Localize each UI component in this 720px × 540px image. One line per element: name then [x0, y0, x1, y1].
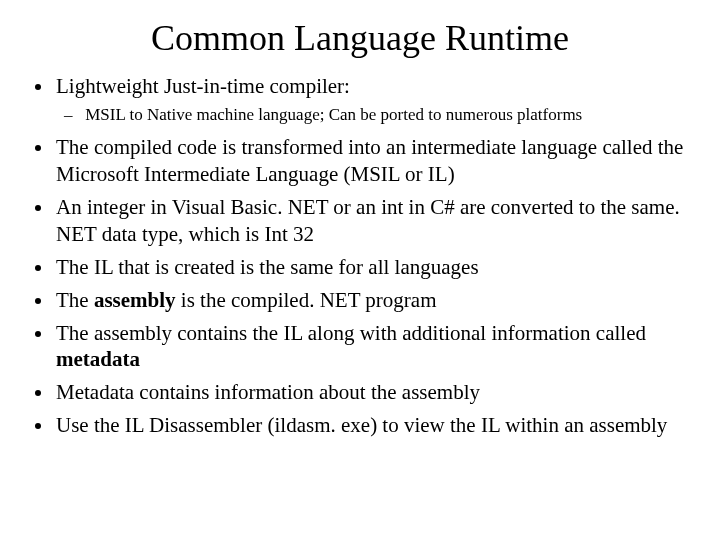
bullet-text: MSIL to Native machine language; Can be … — [85, 105, 582, 124]
list-item: The compiled code is transformed into an… — [54, 134, 692, 188]
slide: Common Language Runtime Lightweight Just… — [0, 0, 720, 540]
list-item: The assembly contains the IL along with … — [54, 320, 692, 374]
bold-term-assembly: assembly — [94, 288, 176, 312]
bullet-text: Lightweight Just-in-time compiler: — [56, 74, 350, 98]
bold-term-metadata: metadata — [56, 347, 140, 371]
bullet-text: The compiled code is transformed into an… — [56, 135, 683, 186]
bullet-text: The — [56, 288, 94, 312]
list-item: Metadata contains information about the … — [54, 379, 692, 406]
list-item: The assembly is the compiled. NET progra… — [54, 287, 692, 314]
bullet-text: An integer in Visual Basic. NET or an in… — [56, 195, 680, 246]
list-item: Lightweight Just-in-time compiler: MSIL … — [54, 73, 692, 126]
bullet-text: is the compiled. NET program — [176, 288, 437, 312]
list-item: MSIL to Native machine language; Can be … — [86, 104, 692, 126]
bullet-text: The assembly contains the IL along with … — [56, 321, 646, 345]
slide-title: Common Language Runtime — [28, 18, 692, 59]
bullet-text: Use the IL Disassembler (ildasm. exe) to… — [56, 413, 667, 437]
list-item: Use the IL Disassembler (ildasm. exe) to… — [54, 412, 692, 439]
bullet-list: Lightweight Just-in-time compiler: MSIL … — [28, 73, 692, 439]
bullet-text: Metadata contains information about the … — [56, 380, 480, 404]
list-item: An integer in Visual Basic. NET or an in… — [54, 194, 692, 248]
list-item: The IL that is created is the same for a… — [54, 254, 692, 281]
sub-list: MSIL to Native machine language; Can be … — [56, 104, 692, 126]
bullet-text: The IL that is created is the same for a… — [56, 255, 479, 279]
